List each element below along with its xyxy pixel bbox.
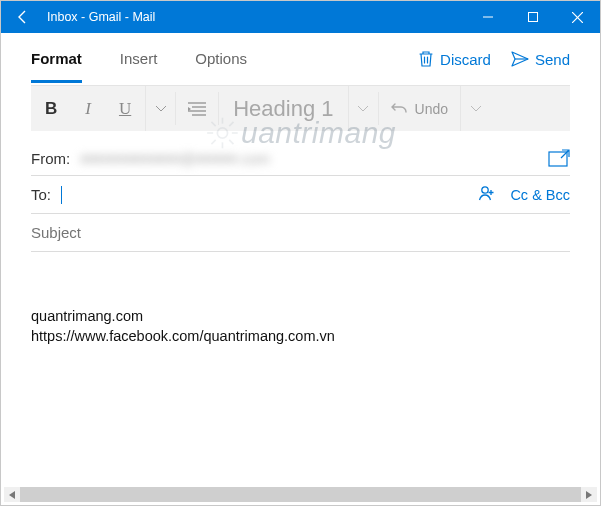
undo-label: Undo <box>415 101 448 117</box>
heading-dropdown[interactable] <box>348 86 378 131</box>
send-button[interactable]: Send <box>511 51 570 68</box>
svg-rect-1 <box>528 13 537 22</box>
cc-bcc-button[interactable]: Cc & Bcc <box>510 187 570 203</box>
popout-button[interactable] <box>548 149 570 167</box>
undo-button[interactable]: Undo <box>379 86 460 131</box>
body-line-1: quantrimang.com <box>31 307 570 327</box>
discard-label: Discard <box>440 51 491 68</box>
to-input[interactable] <box>62 184 478 205</box>
message-body[interactable]: quantrimang.com https://www.facebook.com… <box>1 252 600 346</box>
to-label: To: <box>31 186 51 203</box>
subject-input[interactable] <box>31 222 570 243</box>
person-icon <box>478 184 496 202</box>
tab-insert[interactable]: Insert <box>120 36 158 83</box>
undo-dropdown[interactable] <box>460 86 490 131</box>
format-toolbar: B I U Heading 1 Undo <box>31 85 570 131</box>
from-value: ############@#####.com <box>80 150 548 167</box>
trash-icon <box>418 50 434 68</box>
from-label: From: <box>31 150 70 167</box>
font-style-dropdown[interactable] <box>145 86 175 131</box>
minimize-icon <box>483 12 493 22</box>
body-line-2: https://www.facebook.com/quantrimang.com… <box>31 327 570 347</box>
window-title: Inbox - Gmail - Mail <box>45 10 465 24</box>
scroll-left-button[interactable] <box>4 487 20 502</box>
subject-row[interactable] <box>31 214 570 252</box>
scrollbar-track[interactable] <box>20 487 581 502</box>
from-row[interactable]: From: ############@#####.com <box>31 141 570 176</box>
to-right: Cc & Bcc <box>478 184 570 205</box>
maximize-icon <box>528 12 538 22</box>
minimize-button[interactable] <box>465 1 510 33</box>
chevron-down-icon <box>471 106 481 112</box>
discard-button[interactable]: Discard <box>418 50 491 68</box>
window-buttons <box>465 1 600 33</box>
chevron-down-icon <box>358 106 368 112</box>
send-icon <box>511 51 529 67</box>
align-button[interactable] <box>176 86 218 131</box>
bold-button[interactable]: B <box>31 86 71 131</box>
underline-button[interactable]: U <box>105 86 145 131</box>
tab-options[interactable]: Options <box>195 36 247 83</box>
horizontal-scrollbar[interactable] <box>4 487 597 502</box>
right-actions: Discard Send <box>418 50 570 68</box>
popout-icon <box>548 149 570 167</box>
titlebar: Inbox - Gmail - Mail <box>1 1 600 33</box>
scrollbar-thumb[interactable] <box>20 487 581 502</box>
tab-format[interactable]: Format <box>31 36 82 83</box>
undo-icon <box>391 102 407 116</box>
close-icon <box>572 12 583 23</box>
compose-fields: From: ############@#####.com To: Cc & Bc… <box>1 131 600 252</box>
close-button[interactable] <box>555 1 600 33</box>
ribbon-tabs: Format Insert Options <box>31 36 247 83</box>
chevron-down-icon <box>156 106 166 112</box>
maximize-button[interactable] <box>510 1 555 33</box>
heading-label: Heading 1 <box>233 96 333 122</box>
send-label: Send <box>535 51 570 68</box>
contacts-button[interactable] <box>478 184 496 205</box>
to-row[interactable]: To: Cc & Bcc <box>31 176 570 214</box>
align-icon <box>188 102 206 116</box>
heading-selector[interactable]: Heading 1 <box>219 86 347 131</box>
ribbon-row: Format Insert Options Discard Send <box>1 33 600 85</box>
arrow-left-icon <box>15 9 31 25</box>
back-button[interactable] <box>1 9 45 25</box>
svg-point-10 <box>482 187 488 193</box>
italic-button[interactable]: I <box>71 86 105 131</box>
triangle-right-icon <box>586 491 592 499</box>
scroll-right-button[interactable] <box>581 487 597 502</box>
triangle-left-icon <box>9 491 15 499</box>
